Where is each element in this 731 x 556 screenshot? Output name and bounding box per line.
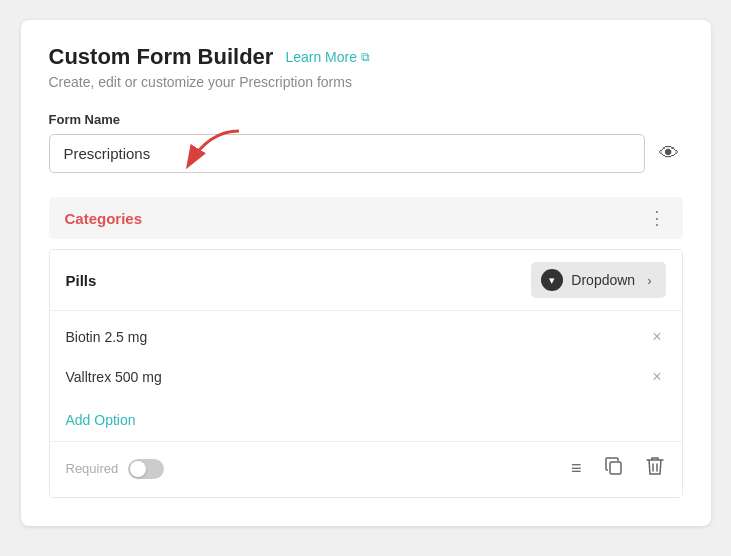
- subtitle: Create, edit or customize your Prescript…: [49, 74, 683, 90]
- pills-header: Pills ▾ Dropdown ›: [50, 250, 682, 311]
- dropdown-button[interactable]: ▾ Dropdown ›: [531, 262, 665, 298]
- learn-more-text: Learn More: [285, 49, 357, 65]
- add-option-button[interactable]: Add Option: [66, 412, 136, 428]
- three-dots-icon: ⋮: [648, 208, 667, 228]
- external-link-icon: ⧉: [361, 50, 370, 64]
- header-row: Custom Form Builder Learn More ⧉: [49, 44, 683, 70]
- page-title: Custom Form Builder: [49, 44, 274, 70]
- add-option-row: Add Option: [50, 403, 682, 441]
- form-name-input[interactable]: [49, 134, 645, 173]
- add-option-label: Add Option: [66, 412, 136, 428]
- required-toggle[interactable]: [128, 459, 164, 479]
- form-name-label: Form Name: [49, 112, 683, 127]
- dropdown-circle-icon: ▾: [541, 269, 563, 291]
- dropdown-label: Dropdown: [571, 272, 635, 288]
- filter-icon: ≡: [571, 458, 582, 478]
- remove-option-button[interactable]: ×: [648, 367, 665, 387]
- filter-icon-button[interactable]: ≡: [569, 456, 584, 481]
- eye-icon-button[interactable]: 👁: [655, 138, 683, 169]
- chevron-right-icon: ›: [647, 273, 651, 288]
- delete-icon-button[interactable]: [644, 454, 666, 483]
- custom-form-builder-card: Custom Form Builder Learn More ⧉ Create,…: [21, 20, 711, 526]
- categories-bar: Categories ⋮: [49, 197, 683, 239]
- copy-icon: [604, 460, 624, 480]
- pills-title: Pills: [66, 272, 97, 289]
- svg-rect-1: [610, 462, 621, 474]
- categories-menu-button[interactable]: ⋮: [648, 209, 667, 227]
- required-label: Required: [66, 461, 119, 476]
- eye-icon: 👁: [659, 142, 679, 164]
- table-row: Biotin 2.5 mg ×: [50, 317, 682, 357]
- trash-icon: [646, 460, 664, 480]
- pills-section: Pills ▾ Dropdown › Biotin 2.5 mg × Vallt…: [49, 249, 683, 498]
- option-text: Biotin 2.5 mg: [66, 329, 148, 345]
- action-icons: ≡: [569, 454, 666, 483]
- form-name-row: 👁: [49, 134, 683, 173]
- learn-more-link[interactable]: Learn More ⧉: [285, 49, 370, 65]
- dropdown-arrow-icon: ▾: [549, 275, 555, 286]
- footer-row: Required ≡: [50, 441, 682, 497]
- required-group: Required: [66, 459, 165, 479]
- remove-option-button[interactable]: ×: [648, 327, 665, 347]
- close-icon: ×: [652, 368, 661, 385]
- options-list: Biotin 2.5 mg × Valltrex 500 mg ×: [50, 311, 682, 403]
- categories-label: Categories: [65, 210, 143, 227]
- option-text: Valltrex 500 mg: [66, 369, 162, 385]
- copy-icon-button[interactable]: [602, 454, 626, 483]
- close-icon: ×: [652, 328, 661, 345]
- table-row: Valltrex 500 mg ×: [50, 357, 682, 397]
